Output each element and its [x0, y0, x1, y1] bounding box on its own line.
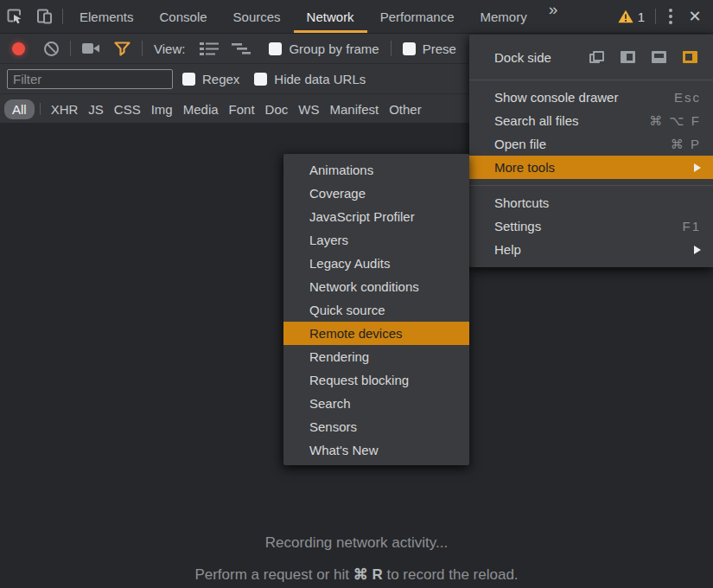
resource-filter-other[interactable]: Other — [384, 99, 427, 119]
resource-filter-font[interactable]: Font — [224, 99, 260, 119]
main-menu-kebab-icon[interactable] — [659, 9, 682, 24]
recording-status: Recording network activity... Perform a … — [0, 534, 713, 584]
tab-bar: Elements Console Sources Network Perform… — [0, 0, 713, 34]
shortcut-f1: F1 — [682, 219, 701, 233]
shortcut-cmd-p: ⌘ P — [671, 137, 701, 152]
submenu-item-layers[interactable]: Layers — [283, 228, 469, 252]
submenu-arrow-icon — [694, 246, 701, 254]
resource-filter-all[interactable]: All — [4, 99, 35, 119]
submenu-item-network-conditions[interactable]: Network conditions — [283, 275, 469, 298]
menu-item-settings[interactable]: Settings F1 — [469, 214, 713, 238]
shortcut-cmd-opt-f: ⌘ ⌥ F — [649, 113, 701, 129]
large-rows-view-icon[interactable] — [200, 42, 219, 55]
menu-item-help[interactable]: Help — [469, 238, 713, 261]
submenu-item-request-blocking[interactable]: Request blocking — [283, 368, 469, 392]
submenu-arrow-icon — [694, 163, 701, 172]
submenu-item-legacy-audits[interactable]: Legacy Audits — [283, 252, 469, 275]
record-icon[interactable] — [12, 42, 25, 55]
tab-elements[interactable]: Elements — [67, 0, 147, 33]
hide-data-urls-label: Hide data URLs — [274, 72, 366, 86]
inspect-element-icon[interactable] — [0, 0, 29, 33]
menu-item-search-all-files[interactable]: Search all files ⌘ ⌥ F — [469, 109, 713, 132]
resource-filter-img[interactable]: Img — [146, 99, 178, 119]
undock-icon[interactable] — [589, 51, 604, 63]
submenu-item-javascript-profiler[interactable]: JavaScript Profiler — [283, 205, 469, 228]
shortcut-esc: Esc — [674, 90, 701, 105]
menu-item-more-tools[interactable]: More tools — [469, 156, 713, 179]
submenu-item-whats-new[interactable]: What's New — [283, 438, 469, 462]
tab-performance[interactable]: Performance — [367, 0, 468, 33]
menu-item-show-console-drawer[interactable]: Show console drawer Esc — [469, 86, 713, 109]
divider — [655, 9, 656, 24]
waterfall-view-icon[interactable] — [232, 42, 252, 55]
reload-shortcut-key: ⌘ R — [353, 566, 383, 583]
device-toolbar-icon[interactable] — [29, 0, 59, 33]
divider — [70, 41, 71, 56]
resource-filter-media[interactable]: Media — [178, 99, 224, 119]
resource-filter-xhr[interactable]: XHR — [46, 99, 84, 119]
regex-checkbox[interactable] — [182, 73, 195, 86]
dock-right-icon-selected[interactable] — [683, 51, 697, 63]
dock-side-label: Dock side — [494, 50, 551, 65]
regex-label: Regex — [202, 72, 239, 86]
group-by-frame-checkbox[interactable] — [269, 42, 282, 55]
devtools-window: Elements Console Sources Network Perform… — [0, 0, 713, 588]
dock-left-icon[interactable] — [621, 51, 635, 63]
resource-filter-js[interactable]: JS — [83, 99, 109, 119]
view-label: View: — [154, 42, 185, 56]
menu-separator — [469, 80, 713, 80]
resource-filter-css[interactable]: CSS — [109, 99, 146, 119]
menu-separator — [469, 185, 713, 186]
dock-side-options — [589, 51, 697, 63]
submenu-item-quick-source[interactable]: Quick source — [283, 298, 469, 322]
clear-icon[interactable] — [44, 42, 59, 56]
more-tabs-chevron-icon[interactable]: » — [540, 0, 567, 33]
warning-badge[interactable]: 1 — [618, 10, 645, 24]
submenu-item-sensors[interactable]: Sensors — [283, 415, 469, 438]
tabbar-right-controls: 1 ✕ — [618, 0, 713, 33]
submenu-item-search[interactable]: Search — [283, 392, 469, 415]
preserve-log-checkbox[interactable] — [403, 42, 416, 55]
divider — [391, 41, 392, 56]
warning-icon — [618, 10, 633, 23]
resource-filter-ws[interactable]: WS — [293, 99, 324, 119]
resource-filter-manifest[interactable]: Manifest — [324, 99, 384, 119]
filter-funnel-icon[interactable] — [114, 42, 131, 56]
submenu-item-rendering[interactable]: Rendering — [283, 345, 469, 368]
submenu-item-animations[interactable]: Animations — [283, 158, 469, 182]
recording-status-line2: Perform a request or hit ⌘ R to record t… — [0, 566, 713, 584]
resource-filter-doc[interactable]: Doc — [260, 99, 294, 119]
main-overflow-menu: Dock side Show console drawer Esc Search… — [469, 35, 713, 267]
warning-count: 1 — [638, 10, 645, 24]
recording-status-line1: Recording network activity... — [0, 534, 713, 552]
tab-console[interactable]: Console — [147, 0, 220, 33]
tab-network[interactable]: Network — [294, 0, 367, 33]
more-tools-submenu: Animations Coverage JavaScript Profiler … — [283, 154, 469, 465]
dock-side-row: Dock side — [469, 40, 713, 74]
close-icon[interactable]: ✕ — [682, 7, 708, 26]
capture-screenshots-icon[interactable] — [82, 42, 100, 54]
submenu-item-coverage[interactable]: Coverage — [283, 182, 469, 205]
submenu-item-remote-devices[interactable]: Remote devices — [283, 322, 469, 345]
tab-sources[interactable]: Sources — [220, 0, 294, 33]
group-by-frame-label: Group by frame — [289, 42, 379, 56]
hide-data-urls-checkbox[interactable] — [254, 73, 267, 86]
tab-memory[interactable]: Memory — [468, 0, 540, 33]
menu-item-shortcuts[interactable]: Shortcuts — [469, 191, 713, 214]
dock-bottom-icon[interactable] — [652, 51, 666, 63]
preserve-log-label: Prese — [423, 42, 456, 56]
divider — [142, 41, 143, 56]
divider — [62, 9, 63, 24]
menu-item-open-file[interactable]: Open file ⌘ P — [469, 132, 713, 156]
divider — [40, 103, 41, 115]
filter-input[interactable] — [7, 69, 173, 89]
